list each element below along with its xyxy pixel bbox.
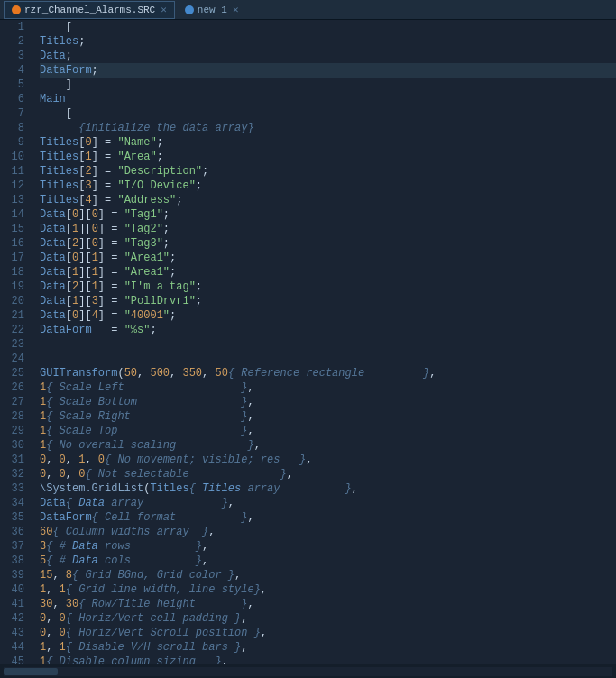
line-number-29: 29 bbox=[7, 424, 24, 438]
line-number-4: 4 bbox=[7, 63, 24, 78]
line-number-6: 6 bbox=[7, 92, 24, 106]
code-line-27: 1 { Scale Bottom }, bbox=[40, 395, 616, 409]
code-line-8: {initialize the data array} bbox=[40, 121, 616, 135]
line-number-1: 1 bbox=[7, 20, 24, 34]
code-line-17: Data[0][1] = "Area1"; bbox=[40, 251, 616, 265]
code-line-1: [ bbox=[40, 20, 616, 34]
code-line-35: DataForm { Cell format }, bbox=[40, 510, 616, 525]
code-line-4: DataForm; bbox=[40, 63, 616, 78]
line-number-13: 13 bbox=[7, 193, 24, 207]
horizontal-scrollbar[interactable] bbox=[4, 667, 612, 676]
tab-close-src[interactable]: ✕ bbox=[161, 4, 167, 15]
tab-icon-new bbox=[185, 5, 194, 14]
code-line-36: 60 { Column widths array }, bbox=[40, 525, 616, 539]
line-number-21: 21 bbox=[7, 308, 24, 323]
code-line-3: Data; bbox=[40, 49, 616, 63]
line-number-11: 11 bbox=[7, 164, 24, 179]
code-line-38: 5 { # Data cols }, bbox=[40, 554, 616, 568]
line-number-12: 12 bbox=[7, 179, 24, 193]
code-line-7: [ bbox=[40, 106, 616, 121]
line-number-38: 38 bbox=[7, 554, 24, 568]
line-number-33: 33 bbox=[7, 481, 24, 496]
code-line-30: 1 { No overall scaling }, bbox=[40, 438, 616, 453]
line-number-10: 10 bbox=[7, 150, 24, 164]
line-number-18: 18 bbox=[7, 265, 24, 279]
line-number-27: 27 bbox=[7, 395, 24, 409]
editor-area: 1234567891011121314151617181920212223242… bbox=[0, 20, 616, 664]
line-number-26: 26 bbox=[7, 380, 24, 395]
line-number-36: 36 bbox=[7, 525, 24, 539]
code-line-44: 1, 1 { Disable V/H scroll bars }, bbox=[40, 640, 616, 655]
code-line-11: Titles[2] = "Description"; bbox=[40, 164, 616, 179]
line-number-41: 41 bbox=[7, 597, 24, 611]
code-line-29: 1 { Scale Top }, bbox=[40, 424, 616, 438]
line-number-8: 8 bbox=[7, 121, 24, 135]
code-line-2: Titles; bbox=[40, 34, 616, 49]
line-number-25: 25 bbox=[7, 366, 24, 380]
line-number-3: 3 bbox=[7, 49, 24, 63]
code-line-25: GUITransform(50, 500, 350, 50 { Referenc… bbox=[40, 366, 616, 380]
code-line-34: Data { Data array }, bbox=[40, 496, 616, 510]
tab-new[interactable]: new 1 ✕ bbox=[177, 1, 247, 19]
tab-close-new[interactable]: ✕ bbox=[233, 4, 239, 15]
code-line-37: 3 { # Data rows }, bbox=[40, 539, 616, 554]
code-line-26: 1 { Scale Left }, bbox=[40, 380, 616, 395]
code-line-12: Titles[3] = "I/O Device"; bbox=[40, 179, 616, 193]
code-line-5: ] bbox=[40, 78, 616, 92]
code-line-6: Main bbox=[40, 92, 616, 106]
tab-label-src: rzr_Channel_Alarms.SRC bbox=[24, 5, 155, 15]
code-line-10: Titles[1] = "Area"; bbox=[40, 150, 616, 164]
line-number-5: 5 bbox=[7, 78, 24, 92]
code-line-15: Data[1][0] = "Tag2"; bbox=[40, 222, 616, 236]
line-number-14: 14 bbox=[7, 207, 24, 222]
code-line-32: 0, 0, 0 { Not selectable }, bbox=[40, 467, 616, 481]
line-number-28: 28 bbox=[7, 409, 24, 424]
code-line-21: Data[0][4] = "40001"; bbox=[40, 308, 616, 323]
tab-bar: rzr_Channel_Alarms.SRC ✕ new 1 ✕ bbox=[0, 0, 616, 20]
line-number-43: 43 bbox=[7, 626, 24, 640]
line-numbers: 1234567891011121314151617181920212223242… bbox=[0, 20, 32, 664]
code-line-42: 0, 0 { Horiz/Vert cell padding }, bbox=[40, 611, 616, 626]
scrollbar-thumb[interactable] bbox=[4, 668, 58, 675]
line-number-9: 9 bbox=[7, 135, 24, 150]
code-area[interactable]: [ Titles; Data; DataForm; ] Main [ {init… bbox=[32, 20, 616, 664]
code-line-20: Data[1][3] = "PollDrvr1"; bbox=[40, 294, 616, 308]
code-line-9: Titles[0] = "Name"; bbox=[40, 135, 616, 150]
line-number-17: 17 bbox=[7, 251, 24, 265]
line-number-34: 34 bbox=[7, 496, 24, 510]
line-number-45: 45 bbox=[7, 655, 24, 664]
code-line-19: Data[2][1] = "I'm a tag"; bbox=[40, 279, 616, 294]
code-line-39: 15, 8 { Grid BGnd, Grid color }, bbox=[40, 568, 616, 582]
tab-src[interactable]: rzr_Channel_Alarms.SRC ✕ bbox=[4, 1, 175, 19]
bottom-bar bbox=[0, 664, 616, 678]
line-number-7: 7 bbox=[7, 106, 24, 121]
line-number-15: 15 bbox=[7, 222, 24, 236]
code-line-45: 1 { Disable column sizing }, bbox=[40, 655, 616, 664]
line-number-20: 20 bbox=[7, 294, 24, 308]
code-line-28: 1 { Scale Right }, bbox=[40, 409, 616, 424]
tab-label-new: new 1 bbox=[198, 5, 227, 15]
code-line-24 bbox=[40, 352, 616, 366]
line-number-22: 22 bbox=[7, 323, 24, 337]
code-line-23 bbox=[40, 337, 616, 352]
line-number-23: 23 bbox=[7, 337, 24, 352]
line-number-42: 42 bbox=[7, 611, 24, 626]
code-line-16: Data[2][0] = "Tag3"; bbox=[40, 236, 616, 251]
line-number-19: 19 bbox=[7, 279, 24, 294]
code-line-13: Titles[4] = "Address"; bbox=[40, 193, 616, 207]
line-number-24: 24 bbox=[7, 352, 24, 366]
line-number-40: 40 bbox=[7, 582, 24, 597]
code-line-22: DataForm = "%s"; bbox=[40, 323, 616, 337]
line-number-31: 31 bbox=[7, 453, 24, 467]
line-number-39: 39 bbox=[7, 568, 24, 582]
code-line-40: 1, 1 { Grid line width, line style}, bbox=[40, 582, 616, 597]
code-line-31: 0, 0, 1, 0 { No movement; visible; res }… bbox=[40, 453, 616, 467]
code-line-41: 30, 30 { Row/Title height }, bbox=[40, 597, 616, 611]
line-number-16: 16 bbox=[7, 236, 24, 251]
line-number-30: 30 bbox=[7, 438, 24, 453]
line-number-35: 35 bbox=[7, 510, 24, 525]
line-number-2: 2 bbox=[7, 34, 24, 49]
line-number-37: 37 bbox=[7, 539, 24, 554]
code-line-14: Data[0][0] = "Tag1"; bbox=[40, 207, 616, 222]
code-line-33: \System.GridList(Titles { Titles array }… bbox=[40, 481, 616, 496]
